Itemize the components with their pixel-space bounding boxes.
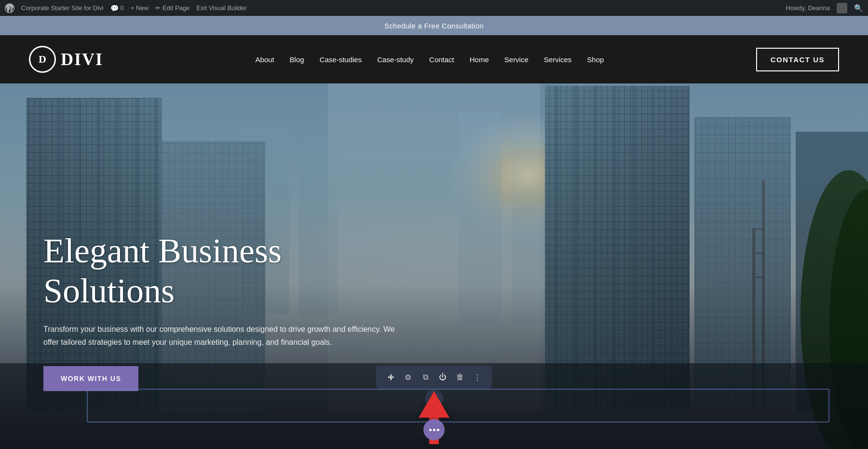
nav-link-case-studies[interactable]: Case-studies: [320, 55, 362, 64]
work-with-us-button[interactable]: WORK WITH US: [43, 366, 138, 391]
duplicate-icon: ⧉: [423, 373, 428, 381]
top-banner: Schedule a Free Consultation: [0, 16, 868, 35]
logo-letter: D: [39, 53, 46, 66]
divi-settings-button[interactable]: ⚙: [400, 369, 416, 385]
gear-icon: ⚙: [405, 373, 411, 382]
exit-vb-label: Exit Visual Builder: [196, 4, 247, 12]
nav-link-home[interactable]: Home: [470, 55, 489, 64]
nav-link-services[interactable]: Services: [544, 55, 572, 64]
avatar: [837, 3, 847, 14]
logo[interactable]: D DIVI: [29, 46, 103, 73]
hero-section: Elegant BusinessSolutions Transform your…: [0, 83, 868, 449]
divi-more-button[interactable]: ⋮: [470, 369, 485, 385]
nav-bar: D DIVI About Blog Case-studies Case-stud…: [0, 35, 868, 83]
howdy-text: Howdy, Deanna: [786, 4, 830, 12]
plus-icon: ✚: [388, 373, 394, 382]
contact-us-button[interactable]: CONTACT US: [756, 48, 839, 71]
admin-bar: Corporate Starter Site for Divi 💬 0 + Ne…: [0, 0, 868, 16]
nav-link-about[interactable]: About: [255, 55, 274, 64]
nav-links: About Blog Case-studies Case-study Conta…: [255, 55, 604, 64]
comment-icon: 💬: [110, 4, 119, 12]
new-button[interactable]: + New: [131, 4, 149, 12]
dot-3: [437, 429, 439, 431]
wp-icon-button[interactable]: [5, 3, 14, 13]
divi-disable-button[interactable]: ⏻: [435, 369, 450, 385]
logo-name: DIVI: [61, 49, 103, 69]
nav-link-service[interactable]: Service: [504, 55, 529, 64]
site-name: Corporate Starter Site for Divi: [21, 4, 104, 12]
power-icon: ⏻: [439, 373, 447, 381]
divi-fab-button[interactable]: [423, 419, 445, 440]
nav-link-blog[interactable]: Blog: [290, 55, 304, 64]
edit-page-icon: ✏: [155, 4, 161, 12]
hero-title: Elegant BusinessSolutions: [43, 231, 400, 311]
hero-subtitle: Transform your business with our compreh…: [43, 323, 400, 349]
nav-link-shop[interactable]: Shop: [587, 55, 604, 64]
search-icon[interactable]: 🔍: [854, 4, 863, 13]
banner-text: Schedule a Free Consultation: [384, 22, 484, 30]
dot-1: [429, 429, 432, 431]
comments-count: 0: [121, 4, 124, 12]
dot-2: [433, 429, 435, 431]
logo-circle: D: [29, 46, 56, 73]
new-label: + New: [131, 4, 149, 12]
more-icon: ⋮: [474, 373, 481, 382]
divi-duplicate-button[interactable]: ⧉: [418, 369, 433, 385]
comments-button[interactable]: 💬 0: [110, 4, 124, 12]
edit-page-button[interactable]: ✏ Edit Page: [155, 4, 190, 12]
admin-bar-right: Howdy, Deanna 🔍: [786, 3, 863, 14]
nav-link-case-study[interactable]: Case-study: [377, 55, 414, 64]
hero-content: Elegant BusinessSolutions Transform your…: [43, 231, 400, 391]
exit-vb-button[interactable]: Exit Visual Builder: [196, 4, 247, 12]
edit-page-label: Edit Page: [163, 4, 190, 12]
admin-bar-left: Corporate Starter Site for Divi 💬 0 + Ne…: [5, 3, 778, 13]
divi-add-button[interactable]: ✚: [383, 369, 398, 385]
divi-delete-button[interactable]: 🗑: [452, 369, 468, 385]
trash-icon: 🗑: [456, 373, 464, 381]
divi-toolbar: ✚ ⚙ ⧉ ⏻ 🗑 ⋮: [376, 366, 492, 389]
nav-link-contact[interactable]: Contact: [429, 55, 454, 64]
